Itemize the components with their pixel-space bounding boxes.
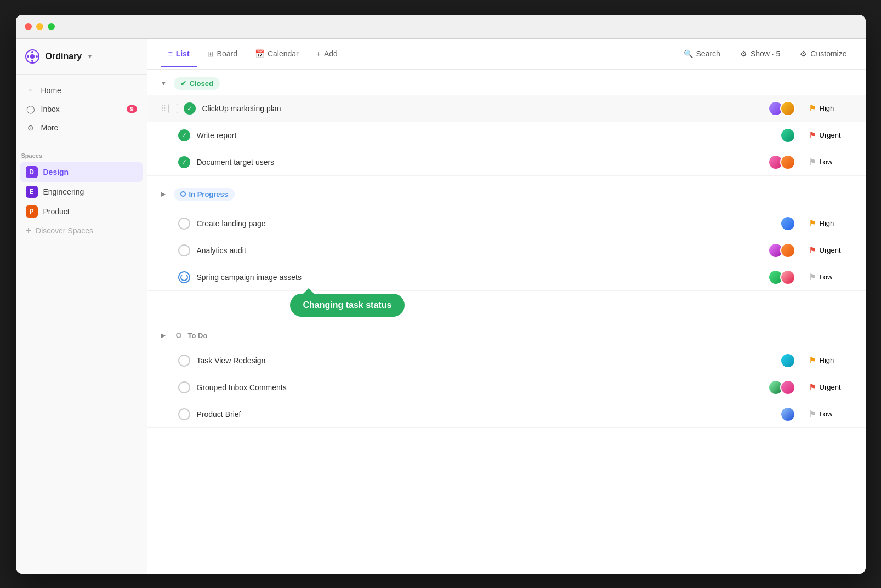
minimize-button[interactable] xyxy=(36,23,43,30)
maximize-button[interactable] xyxy=(48,23,55,30)
sidebar-item-home-label: Home xyxy=(41,86,61,95)
sidebar-brand[interactable]: Ordinary ▾ xyxy=(16,39,147,75)
tab-list[interactable]: ≡ List xyxy=(161,45,197,62)
task-assignees xyxy=(768,243,795,258)
priority-badge: ⚑ High xyxy=(809,218,852,229)
task-status-empty-icon[interactable] xyxy=(178,381,190,393)
sidebar-item-more-label: More xyxy=(41,123,59,132)
priority-badge: ⚑ High xyxy=(809,355,852,366)
priority-label: Urgent xyxy=(820,131,841,139)
inbox-badge: 9 xyxy=(127,105,137,113)
task-name: Analytics audit xyxy=(197,246,768,255)
flag-icon: ⚑ xyxy=(809,130,816,140)
task-name: Document target users xyxy=(197,158,768,167)
task-assignees xyxy=(780,407,795,422)
task-name: Create landing page xyxy=(197,219,780,228)
sidebar-item-more[interactable]: ⊙ More xyxy=(20,118,143,137)
avatar xyxy=(780,101,795,116)
show-icon: ⚙ xyxy=(740,49,747,58)
flag-icon: ⚑ xyxy=(809,409,816,419)
brand-logo-icon xyxy=(25,49,40,64)
tab-list-label: List xyxy=(176,49,190,58)
flag-icon: ⚑ xyxy=(809,245,816,255)
priority-badge: ⚑ Urgent xyxy=(809,130,852,140)
content-area: ▼ ✔ Closed ⠿ ✓ ClickUp marketing plan xyxy=(147,70,866,574)
sidebar-item-inbox[interactable]: ◯ Inbox 9 xyxy=(20,100,143,118)
tab-board[interactable]: ⊞ Board xyxy=(200,45,245,62)
sidebar-navigation: ⌂ Home ◯ Inbox 9 ⊙ More xyxy=(16,75,147,144)
show-button[interactable]: ⚙ Show · 5 xyxy=(735,46,786,61)
task-status-empty-icon[interactable] xyxy=(178,244,190,256)
task-assignees xyxy=(780,353,795,368)
board-icon: ⊞ xyxy=(207,49,214,58)
sidebar-item-product[interactable]: P Product xyxy=(20,202,143,221)
task-select-checkbox[interactable] xyxy=(168,104,178,113)
section-todo-header[interactable]: ▶ To Do xyxy=(147,322,866,347)
task-row[interactable]: ✓ Document target users ⚑ Low xyxy=(147,149,866,176)
task-assignees xyxy=(768,155,795,170)
sidebar-item-design[interactable]: D Design xyxy=(20,162,143,182)
task-row[interactable]: ✓ Write report ⚑ Urgent xyxy=(147,122,866,149)
drag-handle-icon: ⠿ xyxy=(161,104,166,113)
task-status-done-icon[interactable]: ✓ xyxy=(184,102,196,115)
tab-add[interactable]: + Add xyxy=(309,45,345,62)
task-row[interactable]: Create landing page ⚑ High xyxy=(147,210,866,237)
section-inprogress-header[interactable]: ▶ In Progress xyxy=(147,180,866,206)
discover-spaces-button[interactable]: + Discover Spaces xyxy=(20,221,143,241)
task-name: Grouped Inbox Comments xyxy=(197,383,768,392)
task-row[interactable]: Analytics audit ⚑ Urgent xyxy=(147,237,866,264)
task-row[interactable]: Product Brief ⚑ Low xyxy=(147,401,866,428)
priority-badge: ⚑ Low xyxy=(809,272,852,282)
flag-icon: ⚑ xyxy=(809,103,816,113)
search-button[interactable]: 🔍 Search xyxy=(678,46,726,61)
task-status-done-icon[interactable]: ✓ xyxy=(178,156,190,168)
customize-button[interactable]: ⚙ Customize xyxy=(794,46,852,61)
tab-calendar-label: Calendar xyxy=(268,49,299,58)
close-button[interactable] xyxy=(25,23,32,30)
task-status-empty-icon[interactable] xyxy=(178,218,190,230)
traffic-lights xyxy=(25,23,55,30)
priority-label: Low xyxy=(820,410,833,418)
priority-label: High xyxy=(820,356,834,364)
add-icon: + xyxy=(316,49,321,58)
priority-badge: ⚑ Low xyxy=(809,157,852,167)
sidebar-item-product-label: Product xyxy=(43,207,70,216)
task-row[interactable]: Grouped Inbox Comments ⚑ Urgent xyxy=(147,374,866,401)
customize-icon: ⚙ xyxy=(800,49,807,58)
task-name: ClickUp marketing plan xyxy=(202,104,768,113)
brand-chevron-icon: ▾ xyxy=(88,53,92,60)
sidebar-item-home[interactable]: ⌂ Home xyxy=(20,81,143,100)
dot-empty-icon xyxy=(176,333,181,338)
calendar-icon: 📅 xyxy=(255,49,264,58)
task-status-empty-icon[interactable] xyxy=(178,355,190,367)
closed-chevron-icon: ▼ xyxy=(161,79,169,87)
spaces-section-title: Spaces xyxy=(16,144,147,162)
avatar xyxy=(780,353,795,368)
brand-name: Ordinary xyxy=(46,52,82,61)
tab-calendar[interactable]: 📅 Calendar xyxy=(247,45,306,62)
priority-label: High xyxy=(820,219,834,227)
sidebar-item-design-label: Design xyxy=(43,168,69,176)
task-row[interactable]: ⠿ ✓ ClickUp marketing plan ⚑ High xyxy=(147,95,866,122)
task-assignees xyxy=(780,216,795,231)
more-icon: ⊙ xyxy=(26,123,36,133)
priority-badge: ⚑ Urgent xyxy=(809,382,852,392)
home-icon: ⌂ xyxy=(26,85,36,95)
app-window: Ordinary ▾ ⌂ Home ◯ Inbox 9 ⊙ More xyxy=(16,15,866,574)
task-status-empty-icon[interactable] xyxy=(178,408,190,420)
priority-label: High xyxy=(820,104,834,112)
sidebar-item-engineering[interactable]: E Engineering xyxy=(20,182,143,202)
inprogress-chevron-icon: ▶ xyxy=(161,190,169,198)
task-row[interactable]: Spring campaign image assets ⚑ Low Chang… xyxy=(147,264,866,291)
titlebar xyxy=(16,15,866,39)
closed-status-badge: ✔ Closed xyxy=(174,77,220,90)
svg-point-5 xyxy=(36,55,38,58)
task-status-in-progress-icon[interactable] xyxy=(178,271,190,283)
avatar xyxy=(780,128,795,143)
task-row[interactable]: Task View Redesign ⚑ High xyxy=(147,347,866,374)
dot-icon xyxy=(180,191,186,197)
section-closed-header[interactable]: ▼ ✔ Closed xyxy=(147,70,866,95)
task-status-done-icon[interactable]: ✓ xyxy=(178,129,190,141)
task-assignees xyxy=(768,270,795,285)
flag-icon: ⚑ xyxy=(809,355,816,366)
